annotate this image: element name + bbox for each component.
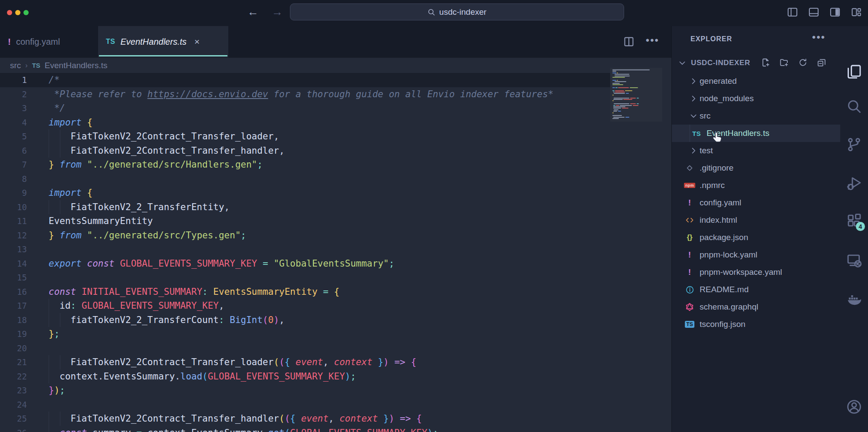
tree-folder-test[interactable]: test — [672, 142, 840, 159]
line-number: 15 — [0, 270, 27, 285]
minimap-line — [617, 80, 618, 81]
vscode-window: ← → usdc-indexer ! config.yaml TS EventH… — [0, 0, 868, 432]
code-line-14[interactable]: 14export const GLOBAL_EVENTS_SUMMARY_KEY… — [0, 257, 610, 271]
tree-folder-generated[interactable]: generated — [672, 73, 840, 90]
chevron-down-icon — [689, 112, 698, 120]
activity-account-icon[interactable] — [846, 399, 862, 415]
code-line-3[interactable]: 3 */ — [0, 101, 610, 115]
new-folder-icon[interactable] — [779, 58, 789, 67]
code-line-22[interactable]: 22 context.EventsSummary.load(GLOBAL_EVE… — [0, 369, 610, 384]
maximize-window-button[interactable] — [23, 10, 29, 15]
close-window-button[interactable] — [7, 10, 12, 15]
code-text: const INITIAL_EVENTS_SUMMARY: EventsSumm… — [49, 285, 339, 299]
close-tab-icon[interactable]: × — [194, 36, 200, 47]
tree-folder-node-modules[interactable]: node_modules — [672, 90, 840, 107]
code-line-2[interactable]: 2 *Please refer to https://docs.envio.de… — [0, 87, 610, 102]
activity-bar: 4 — [840, 26, 868, 432]
breadcrumb[interactable]: src › TS EventHandlers.ts — [0, 58, 671, 73]
code-line-13[interactable]: 13 — [0, 242, 610, 257]
code-line-23[interactable]: 23}); — [0, 383, 610, 398]
chevron-right-icon — [689, 146, 698, 155]
navigate-forward-button[interactable]: → — [270, 5, 285, 19]
code-editor[interactable]: 1/*2 *Please refer to https://docs.envio… — [0, 73, 671, 432]
typescript-icon: TS — [32, 62, 40, 69]
activity-source-control-icon[interactable] — [846, 137, 862, 152]
code-line-21[interactable]: 21 FiatTokenV2_2Contract_Transfer_loader… — [0, 355, 610, 369]
code-line-20[interactable]: 20 — [0, 341, 610, 356]
tree-file-pnpm-workspace-yaml[interactable]: !pnpm-workspace.yaml — [672, 264, 840, 281]
line-number: 11 — [0, 214, 27, 228]
toggle-secondary-sidebar-icon[interactable] — [829, 7, 841, 18]
line-number: 17 — [0, 299, 27, 313]
toggle-panel-icon[interactable] — [808, 7, 819, 18]
code-line-24[interactable]: 24 — [0, 398, 610, 412]
breadcrumb-folder[interactable]: src — [10, 61, 21, 70]
minimap-line — [615, 87, 618, 88]
navigate-back-button[interactable]: ← — [246, 5, 260, 19]
tree-file-config-yaml[interactable]: !config.yaml — [672, 194, 840, 211]
toggle-primary-sidebar-icon[interactable] — [787, 7, 798, 18]
tree-file-readme-md[interactable]: README.md — [672, 281, 840, 298]
split-editor-icon[interactable] — [623, 36, 635, 47]
activity-extensions-icon[interactable]: 4 — [846, 213, 862, 228]
file-name: generated — [700, 76, 737, 86]
collapse-folders-icon[interactable] — [817, 58, 826, 67]
tab-bar: ! config.yaml TS EventHandlers.ts × ••• — [0, 26, 671, 58]
code-line-8[interactable]: 8 — [0, 172, 610, 186]
activity-explorer-icon[interactable] — [846, 64, 862, 79]
code-line-4[interactable]: 4import { — [0, 115, 610, 130]
code-line-17[interactable]: 17 id: GLOBAL_EVENTS_SUMMARY_KEY, — [0, 299, 610, 313]
code-line-26[interactable]: 26 const summary = context.EventsSummary… — [0, 426, 610, 432]
code-line-11[interactable]: 11EventsSummaryEntity — [0, 214, 610, 228]
activity-run-and-debug-icon[interactable] — [846, 175, 862, 191]
editor-more-actions-icon[interactable]: ••• — [646, 36, 659, 47]
code-line-15[interactable]: 15 — [0, 270, 610, 285]
code-line-12[interactable]: 12} from "../generated/src/Types.gen"; — [0, 228, 610, 243]
explorer-more-actions-icon[interactable]: ••• — [812, 33, 825, 42]
code-line-6[interactable]: 6 FiatTokenV2_2Contract_Transfer_handler… — [0, 144, 610, 158]
tree-file-tsconfig-json[interactable]: TStsconfig.json — [672, 316, 840, 333]
tree-file-index-html[interactable]: index.html — [672, 211, 840, 229]
explorer-section-header[interactable]: USDC-INDEXER — [672, 56, 840, 71]
command-center-search[interactable]: usdc-indexer — [290, 3, 624, 20]
activity-docker-icon[interactable] — [846, 292, 862, 307]
tree-file--gitignore[interactable]: .gitignore — [672, 159, 840, 177]
minimap[interactable] — [610, 68, 662, 122]
tree-file-schema-graphql[interactable]: schema.graphql — [672, 298, 840, 316]
tree-file--npmrc[interactable]: npm.npmrc — [672, 177, 840, 194]
breadcrumb-file[interactable]: EventHandlers.ts — [45, 61, 108, 70]
tree-file-package-json[interactable]: {}package.json — [672, 229, 840, 246]
minimap-line — [613, 92, 615, 92]
minimap-line — [616, 105, 619, 106]
window-controls — [7, 10, 29, 15]
code-line-1[interactable]: 1/* — [0, 73, 610, 87]
code-line-19[interactable]: 19}; — [0, 327, 610, 341]
code-line-10[interactable]: 10 FiatTokenV2_2_TransferEntity, — [0, 200, 610, 214]
tree-file-eventhandlers-ts[interactable]: TSEventHandlers.ts — [672, 125, 840, 142]
code-text: } from "../generated/src/Types.gen"; — [49, 228, 246, 243]
tab-eventhandlers-ts[interactable]: TS EventHandlers.ts × — [98, 26, 228, 57]
tab-config-yaml[interactable]: ! config.yaml — [0, 26, 92, 57]
code-line-18[interactable]: 18 fiatTokenV2_2_TransferCount: BigInt(0… — [0, 313, 610, 327]
tree-file-pnpm-lock-yaml[interactable]: !pnpm-lock.yaml — [672, 246, 840, 264]
code-line-25[interactable]: 25 FiatTokenV2_2Contract_Transfer_handle… — [0, 412, 610, 426]
code-line-7[interactable]: 7} from "../generated/src/Handlers.gen"; — [0, 158, 610, 172]
minimap-line — [615, 81, 626, 82]
line-number: 13 — [0, 242, 27, 257]
code-line-9[interactable]: 9import { — [0, 186, 610, 200]
customize-layout-icon[interactable] — [851, 7, 862, 18]
refresh-explorer-icon[interactable] — [798, 58, 808, 67]
html-icon — [684, 214, 695, 226]
new-file-icon[interactable] — [761, 58, 770, 67]
code-line-16[interactable]: 16const INITIAL_EVENTS_SUMMARY: EventsSu… — [0, 285, 610, 299]
activity-search-icon[interactable] — [846, 99, 862, 114]
code-line-5[interactable]: 5 FiatTokenV2_2Contract_Transfer_loader, — [0, 129, 610, 144]
minimap-line — [630, 87, 638, 88]
minimap-line — [615, 74, 629, 75]
line-number: 25 — [0, 412, 27, 426]
activity-remote-explorer-icon[interactable] — [846, 253, 862, 268]
code-text: FiatTokenV2_2Contract_Transfer_handler((… — [49, 412, 422, 426]
minimap-line — [614, 98, 629, 99]
minimize-window-button[interactable] — [15, 10, 20, 15]
tree-folder-src[interactable]: src — [672, 107, 840, 125]
